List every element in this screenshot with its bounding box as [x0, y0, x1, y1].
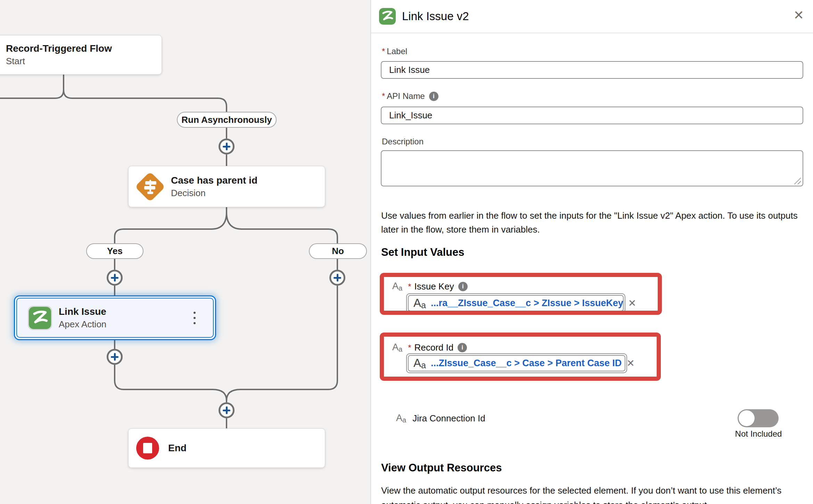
text-type-icon: Aa [392, 282, 402, 292]
branch-label-no: No [309, 243, 367, 259]
add-element-button[interactable] [107, 270, 123, 286]
start-node[interactable]: Record-Triggered Flow Start [0, 35, 162, 75]
text-type-icon: Aa [413, 357, 426, 370]
apex-node-title: Link Issue [59, 306, 106, 317]
output-resources-text: View the automatic output resources for … [381, 483, 806, 504]
remove-icon[interactable]: ✕ [628, 297, 636, 309]
flow-canvas[interactable]: Record-Triggered Flow Start Run Asynchro… [0, 0, 370, 504]
start-node-title: Record-Triggered Flow [6, 43, 112, 54]
run-asynchronously-label: Run Asynchronously [177, 112, 277, 128]
label-field-label: * Label [382, 47, 407, 56]
annotation-box-record-id: Aa * Record Id i Aa ...ZIssue_Case__c > … [380, 333, 661, 381]
add-element-button[interactable] [219, 138, 235, 154]
api-name-input[interactable] [381, 107, 803, 124]
panel-header: Link Issue v2 [371, 0, 813, 33]
text-type-icon: Aa [413, 297, 426, 310]
end-icon [136, 437, 159, 460]
decision-icon [136, 173, 164, 201]
record-id-resource-pill[interactable]: Aa ...ZIssue_Case__c > Case > Parent Cas… [406, 353, 627, 373]
required-mark: * [382, 47, 385, 56]
decision-node-title: Case has parent id [171, 175, 257, 186]
text-type-icon: Aa [396, 413, 406, 423]
add-element-button[interactable] [219, 402, 235, 418]
node-menu-kebab-icon[interactable] [194, 296, 196, 339]
decision-node[interactable]: Case has parent id Decision [128, 166, 325, 207]
decision-node-subtitle: Decision [171, 188, 257, 198]
apex-action-property-panel: Link Issue v2 ✕ * Label * API Name i Des… [370, 0, 813, 504]
jira-connection-id-row: Aa Jira Connection Id [396, 413, 485, 424]
add-element-button[interactable] [107, 349, 123, 365]
issue-key-resource-pill[interactable]: Aa ...ra__ZIssue_Case__c > ZIssue > Issu… [406, 293, 625, 313]
apex-action-node-selected[interactable]: Link Issue Apex Action [14, 295, 216, 340]
flow-builder-screen: Record-Triggered Flow Start Run Asynchro… [0, 0, 813, 504]
set-input-values-heading: Set Input Values [381, 246, 464, 259]
record-id-value: ...ZIssue_Case__c > Case > Parent Case I… [431, 358, 622, 369]
issue-key-label: Issue Key [414, 281, 454, 292]
view-output-resources-heading: View Output Resources [381, 462, 502, 474]
label-input[interactable] [381, 61, 803, 79]
apex-node-subtitle: Apex Action [59, 319, 106, 329]
close-icon[interactable]: ✕ [794, 9, 804, 22]
record-id-label-row: Aa * Record Id i [392, 342, 467, 353]
text-type-icon: Aa [392, 343, 402, 353]
annotation-box-issue-key: Aa * Issue Key i Aa ...ra__ZIssue_Case__… [380, 273, 662, 315]
toggle-label: Not Included [732, 429, 785, 439]
description-field-label: Description [382, 137, 424, 146]
end-node-title: End [168, 443, 187, 454]
api-name-field-label: * API Name i [382, 91, 438, 101]
zagile-icon [379, 8, 396, 25]
jira-connection-id-label: Jira Connection Id [412, 413, 485, 424]
branch-label-yes: Yes [86, 243, 143, 259]
remove-icon[interactable]: ✕ [626, 358, 634, 369]
issue-key-value: ...ra__ZIssue_Case__c > ZIssue > IssueKe… [431, 298, 623, 309]
info-icon[interactable]: i [458, 343, 467, 352]
record-id-label: Record Id [414, 342, 453, 353]
zagile-icon [29, 307, 51, 329]
start-node-subtitle: Start [6, 56, 112, 66]
end-node[interactable]: End [128, 428, 325, 468]
panel-title: Link Issue v2 [402, 10, 469, 23]
description-textarea[interactable] [381, 150, 803, 186]
issue-key-label-row: Aa * Issue Key i [392, 281, 468, 292]
required-mark: * [382, 91, 385, 101]
info-icon[interactable]: i [458, 282, 468, 291]
include-toggle[interactable] [738, 409, 779, 427]
help-text: Use values from earlier in the flow to s… [381, 209, 806, 236]
resize-grip-icon[interactable] [794, 177, 801, 184]
info-icon[interactable]: i [429, 92, 438, 101]
add-element-button[interactable] [329, 270, 345, 286]
